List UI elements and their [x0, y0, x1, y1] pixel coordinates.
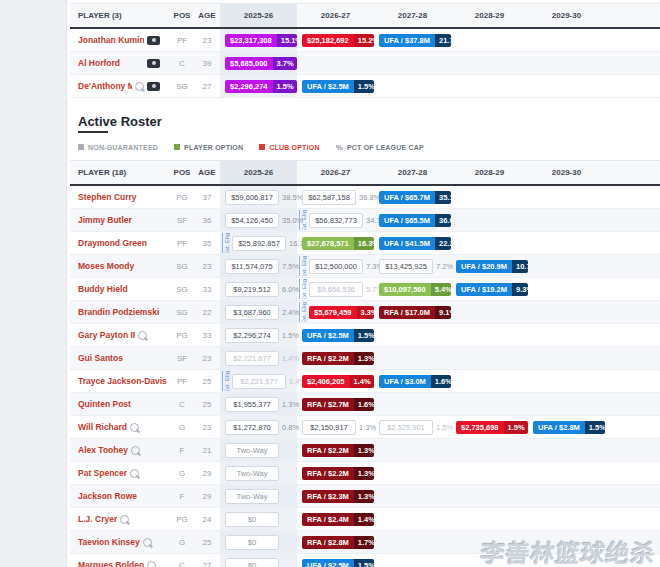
salary-cell: Two-Way	[220, 462, 297, 484]
player-note-icon[interactable]	[138, 331, 147, 340]
position-cell: PG	[170, 193, 194, 202]
player-cell: Pat Spencer	[70, 462, 170, 484]
player-name-link[interactable]: Jonathan Kuminga	[78, 35, 144, 45]
salary-box: $9,658,536	[309, 282, 363, 297]
player-name-link[interactable]: Pat Spencer	[78, 468, 127, 478]
salary-cell	[528, 301, 605, 323]
player-row: Pat SpencerG29Two-WayRFA / $2.2M1.3%	[70, 462, 660, 485]
year-column-header[interactable]: 2025-26	[220, 161, 297, 184]
age-cell: 33	[194, 285, 220, 294]
badge-cap-pct: 36.0%	[435, 214, 451, 227]
ufa-salary-badge: UFA / $37.8M21.7%	[379, 34, 451, 47]
rfa-salary-badge: RFA / $2.8M1.7%	[302, 536, 374, 549]
pos-column-header[interactable]: POS	[170, 168, 194, 177]
salary-cell: $1,272,8700.8%	[220, 416, 297, 438]
salary-box: $2,150,917	[302, 420, 356, 435]
salary-box: $3,687,960	[225, 305, 279, 320]
player-note-icon[interactable]	[143, 538, 152, 547]
year-column-header[interactable]: 2028-29	[451, 11, 528, 20]
badge-value: $2,296,274	[225, 80, 273, 93]
salary-cell	[528, 462, 605, 484]
salary-cell	[297, 52, 374, 74]
player-name-link[interactable]: L.J. Cryer	[78, 514, 117, 524]
player-name-link[interactable]: Jimmy Butler	[78, 215, 132, 225]
player-note-icon[interactable]	[130, 423, 139, 432]
player-name-link[interactable]: Taevion Kinsey	[78, 537, 140, 547]
year-column-header[interactable]: 2028-29	[451, 168, 528, 177]
player-name-link[interactable]: Buddy Hield	[78, 284, 128, 294]
player-name-link[interactable]: Gary Payton II	[78, 330, 135, 340]
year-column-header[interactable]: 2026-27	[297, 11, 374, 20]
salary-cell: Ext. Elig.$5,679,4593.3%	[297, 301, 374, 323]
player-row: Alex TooheyF21Two-WayRFA / $2.2M1.3%	[70, 439, 660, 462]
legend-label: NON-GUARANTEED	[88, 144, 158, 151]
legend-item-player-option: PLAYER OPTION	[174, 144, 243, 151]
badge-value: $5,685,000	[225, 57, 273, 70]
age-column-header[interactable]: AGE	[194, 168, 220, 177]
salary-cell: $27,678,57116.3%	[297, 232, 374, 254]
player-name-link[interactable]: Marques Bolden	[78, 560, 144, 567]
player-note-icon[interactable]	[135, 82, 144, 91]
rfa-salary-badge: RFA / $17.0M9.1%	[379, 306, 451, 319]
player-cell: Brandin Podziemski	[70, 301, 170, 323]
player-name-link[interactable]: De'Anthony Melton	[78, 81, 132, 91]
badge-value: RFA / $2.7M	[302, 398, 354, 411]
player-name-link[interactable]: Gui Santos	[78, 353, 123, 363]
salary-cell: UFA / $65.5M36.0%	[374, 209, 451, 231]
badge-cap-pct: 5.4%	[431, 283, 451, 296]
year-column-header[interactable]: 2027-28	[374, 168, 451, 177]
player-name-link[interactable]: Draymond Green	[78, 238, 147, 248]
player-column-header[interactable]: PLAYER (3)	[70, 11, 170, 20]
age-column-header[interactable]: AGE	[194, 11, 220, 20]
badge-value: RFA / $2.8M	[302, 536, 354, 549]
badge-value: $27,678,571	[302, 237, 354, 250]
red-salary-badge: $25,182,69215.2%	[302, 34, 374, 47]
player-note-icon[interactable]	[131, 446, 140, 455]
year-column-header[interactable]: 2025-26	[220, 4, 297, 27]
position-cell: SF	[170, 354, 194, 363]
player-row: De'Anthony MeltonSG27$2,296,2741.5%UFA /…	[70, 75, 660, 98]
player-name-link[interactable]: Moses Moody	[78, 261, 134, 271]
salary-cell	[528, 485, 605, 507]
year-column-header[interactable]: 2027-28	[374, 11, 451, 20]
player-note-icon[interactable]	[147, 561, 156, 567]
salary-cell: $2,735,6981.5%	[451, 416, 528, 438]
legend-item-pct-of-league-cap: %PCT OF LEAGUE CAP	[336, 143, 424, 152]
ext-elig-label: Ext. Elig.	[299, 279, 308, 299]
ufa-salary-badge: UFA / $2.5M1.5%	[302, 329, 374, 342]
badge-value: $10,097,560	[379, 283, 431, 296]
player-note-icon[interactable]	[130, 469, 139, 478]
player-name-link[interactable]: Stephen Curry	[78, 192, 137, 202]
player-name-link[interactable]: Jackson Rowe	[78, 491, 137, 501]
player-cell: Al Horford	[70, 52, 170, 74]
salary-cell: $10,097,5605.4%	[374, 278, 451, 300]
salary-cell: UFA / $2.5M1.5%	[297, 324, 374, 346]
player-name-link[interactable]: Brandin Podziemski	[78, 307, 159, 317]
ext-elig-label: Ext. Elig.	[299, 256, 308, 276]
salary-cell: $2,406,2051.4%	[297, 370, 374, 392]
year-column-header[interactable]: 2026-27	[297, 168, 374, 177]
table-header-row: PLAYER (3)POSAGE2025-262026-272027-28202…	[70, 3, 660, 29]
player-name-link[interactable]: Al Horford	[78, 58, 120, 68]
player-name-link[interactable]: Alex Toohey	[78, 445, 128, 455]
player-name-link[interactable]: Trayce Jackson-Davis	[78, 376, 167, 386]
badge-cap-pct: 1.3%	[354, 352, 374, 365]
position-cell: F	[170, 446, 194, 455]
player-name-link[interactable]: Will Richard	[78, 422, 127, 432]
player-column-header[interactable]: PLAYER (18)	[70, 168, 170, 177]
salary-cell: $9,219,5126.0%	[220, 278, 297, 300]
year-column-header[interactable]: 2029-30	[528, 11, 605, 20]
age-cell: 25	[194, 538, 220, 547]
player-row: Will RichardG23$1,272,8700.8%$2,150,9171…	[70, 416, 660, 439]
player-name-link[interactable]: Quinten Post	[78, 399, 131, 409]
green-salary-badge: $10,097,5605.4%	[379, 283, 451, 296]
year-column-header[interactable]: 2029-30	[528, 168, 605, 177]
position-cell: F	[170, 492, 194, 501]
player-note-icon[interactable]	[120, 515, 129, 524]
badge-cap-pct: 1.4%	[354, 513, 374, 526]
player-row: Jimmy ButlerSF36$54,126,45035.0%Ext. Eli…	[70, 209, 660, 232]
cash-icon	[147, 36, 160, 45]
salary-cell	[374, 508, 451, 530]
player-cell: Draymond Green	[70, 232, 170, 254]
pos-column-header[interactable]: POS	[170, 11, 194, 20]
